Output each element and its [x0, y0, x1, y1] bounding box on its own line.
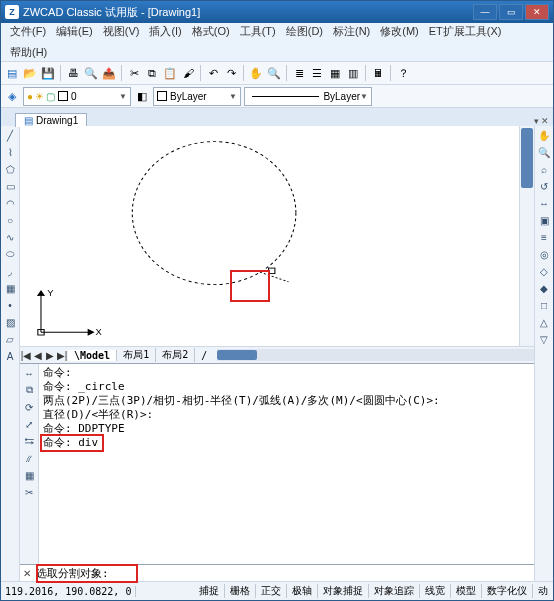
menu-draw[interactable]: 绘图(D) — [281, 23, 328, 40]
copy-icon[interactable]: ⧉ — [144, 65, 160, 81]
tab-layout2[interactable]: 布局2 — [156, 348, 195, 362]
dc-icon[interactable]: ▦ — [327, 65, 343, 81]
help-icon[interactable]: ？ — [395, 65, 411, 81]
cut-icon[interactable]: ✂ — [126, 65, 142, 81]
circle-icon[interactable]: ○ — [3, 213, 17, 227]
nav-prev[interactable]: ◀ — [32, 350, 44, 361]
layer-mgr-icon[interactable]: ◈ — [4, 88, 20, 104]
status-lwt[interactable]: 线宽 — [420, 584, 451, 598]
preview-icon[interactable]: 🔍 — [83, 65, 99, 81]
vertical-scrollbar[interactable] — [519, 126, 534, 346]
menu-view[interactable]: 视图(V) — [98, 23, 145, 40]
offset-icon[interactable]: ⫽ — [22, 451, 36, 465]
nav-next[interactable]: ▶ — [44, 350, 56, 361]
rotate-icon[interactable]: ⟳ — [22, 400, 36, 414]
polygon-icon[interactable]: ⬠ — [3, 162, 17, 176]
mirror-icon[interactable]: ⮀ — [22, 434, 36, 448]
scroll-thumb[interactable] — [217, 350, 257, 360]
copy-icon[interactable]: ⧉ — [22, 383, 36, 397]
arc-icon[interactable]: ◠ — [3, 196, 17, 210]
tab-model[interactable]: \Model — [68, 350, 117, 361]
zoom-icon[interactable]: 🔍 — [537, 145, 551, 159]
status-polar[interactable]: 极轴 — [287, 584, 318, 598]
status-dyn[interactable]: 动 — [533, 584, 553, 598]
layer-selector[interactable]: ● ☀ ▢ 0 ▼ — [23, 87, 131, 106]
spline-icon[interactable]: ∿ — [3, 230, 17, 244]
opt1-icon[interactable]: ◇ — [537, 264, 551, 278]
pan-icon[interactable]: ✋ — [537, 128, 551, 142]
status-ortho[interactable]: 正交 — [256, 584, 287, 598]
undo-icon[interactable]: ↺ — [537, 179, 551, 193]
zoomwin-icon[interactable]: ⌕ — [537, 162, 551, 176]
scroll-thumb[interactable] — [521, 128, 533, 188]
rect-icon[interactable]: ▭ — [3, 179, 17, 193]
area-icon[interactable]: ▣ — [537, 213, 551, 227]
menu-tools[interactable]: 工具(T) — [235, 23, 281, 40]
point-icon[interactable]: • — [3, 298, 17, 312]
status-snap[interactable]: 捕捉 — [194, 584, 225, 598]
nav-first[interactable]: |◀ — [20, 350, 32, 361]
array-icon[interactable]: ▦ — [22, 468, 36, 482]
pan-tb-icon[interactable]: ✋ — [248, 65, 264, 81]
menu-et[interactable]: ET扩展工具(X) — [424, 23, 507, 40]
props-icon[interactable]: ☰ — [309, 65, 325, 81]
opt3-icon[interactable]: □ — [537, 298, 551, 312]
line-icon[interactable]: ╱ — [3, 128, 17, 142]
print-icon[interactable]: 🖶 — [65, 65, 81, 81]
linetype-selector[interactable]: ByLayer ▼ — [244, 87, 372, 106]
layer-prev-icon[interactable]: ◧ — [134, 88, 150, 104]
open-icon[interactable]: 📂 — [22, 65, 38, 81]
zoom-tb-icon[interactable]: 🔍 — [266, 65, 282, 81]
list-icon[interactable]: ≡ — [537, 230, 551, 244]
dist-icon[interactable]: ↔ — [537, 196, 551, 210]
tab-layout1[interactable]: 布局1 — [117, 348, 156, 362]
undo-icon[interactable]: ↶ — [205, 65, 221, 81]
hatch-icon[interactable]: ▨ — [3, 315, 17, 329]
doc-tab-drawing1[interactable]: ▤ Drawing1 — [15, 113, 87, 127]
status-model[interactable]: 模型 — [451, 584, 482, 598]
earc-icon[interactable]: ◞ — [3, 264, 17, 278]
match-icon[interactable]: 🖌 — [180, 65, 196, 81]
drawing-canvas[interactable]: Y X — [20, 126, 534, 346]
move-icon[interactable]: ↔ — [22, 366, 36, 380]
region-icon[interactable]: ▱ — [3, 332, 17, 346]
opt5-icon[interactable]: ▽ — [537, 332, 551, 346]
text-icon[interactable]: A — [3, 349, 17, 363]
trim-icon[interactable]: ✂ — [22, 485, 36, 499]
menu-file[interactable]: 文件(F) — [5, 23, 51, 40]
minimize-button[interactable]: — — [473, 4, 497, 20]
cmd-close-icon[interactable]: ✕ — [20, 568, 34, 579]
publish-icon[interactable]: 📤 — [101, 65, 117, 81]
pline-icon[interactable]: ⌇ — [3, 145, 17, 159]
menu-edit[interactable]: 编辑(E) — [51, 23, 98, 40]
menu-dim[interactable]: 标注(N) — [328, 23, 375, 40]
menu-help[interactable]: 帮助(H) — [5, 44, 52, 61]
scale-icon[interactable]: ⤢ — [22, 417, 36, 431]
save-icon[interactable]: 💾 — [40, 65, 56, 81]
tp-icon[interactable]: ▥ — [345, 65, 361, 81]
layers-icon[interactable]: ≣ — [291, 65, 307, 81]
opt4-icon[interactable]: △ — [537, 315, 551, 329]
calc-icon[interactable]: 🖩 — [370, 65, 386, 81]
opt2-icon[interactable]: ◆ — [537, 281, 551, 295]
paste-icon[interactable]: 📋 — [162, 65, 178, 81]
horizontal-scrollbar[interactable] — [217, 349, 534, 361]
color-selector[interactable]: ByLayer ▼ — [153, 87, 241, 106]
status-digit[interactable]: 数字化仪 — [482, 584, 533, 598]
block-icon[interactable]: ▦ — [3, 281, 17, 295]
status-osnap[interactable]: 对象捕捉 — [318, 584, 369, 598]
tab-close-icon[interactable]: ✕ — [541, 116, 549, 126]
id-icon[interactable]: ◎ — [537, 247, 551, 261]
coordinates[interactable]: 119.2016, 190.0822, 0 — [1, 586, 136, 597]
tab-pin-icon[interactable]: ▾ — [534, 116, 539, 126]
menu-modify[interactable]: 修改(M) — [375, 23, 424, 40]
status-otrack[interactable]: 对象追踪 — [369, 584, 420, 598]
new-icon[interactable]: ▤ — [4, 65, 20, 81]
status-grid[interactable]: 栅格 — [225, 584, 256, 598]
nav-last[interactable]: ▶| — [56, 350, 68, 361]
menu-insert[interactable]: 插入(I) — [144, 23, 186, 40]
close-button[interactable]: ✕ — [525, 4, 549, 20]
menu-format[interactable]: 格式(O) — [187, 23, 235, 40]
redo-icon[interactable]: ↷ — [223, 65, 239, 81]
ellipse-icon[interactable]: ⬭ — [3, 247, 17, 261]
